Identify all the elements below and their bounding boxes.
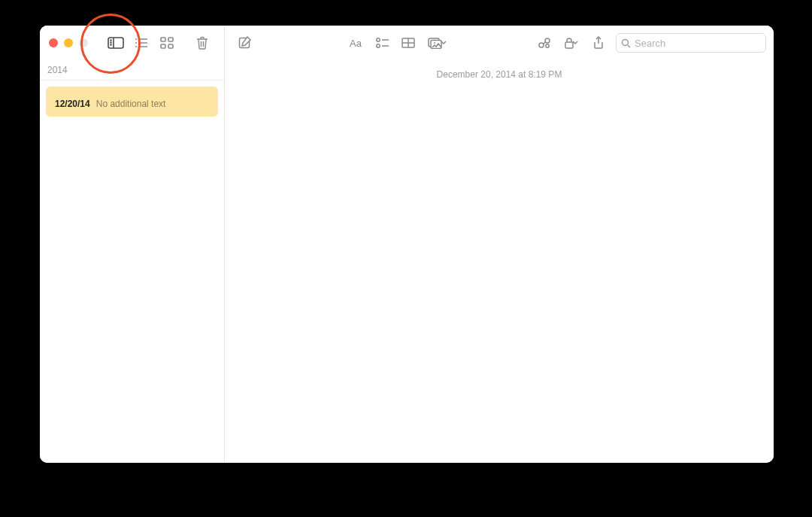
toolbar-left: [40, 26, 224, 60]
svg-line-32: [544, 42, 546, 44]
lock-note-button[interactable]: [557, 32, 586, 53]
chevron-down-icon: [440, 40, 447, 46]
toggle-sidebar-button[interactable]: [103, 32, 129, 53]
svg-point-3: [111, 42, 111, 43]
svg-point-2: [111, 40, 111, 41]
notes-group-header: 2014: [40, 60, 224, 81]
svg-point-9: [135, 46, 137, 47]
table-button[interactable]: [395, 32, 421, 53]
trash-icon: [196, 36, 208, 50]
svg-point-34: [623, 39, 629, 45]
note-date: 12/20/14: [55, 99, 90, 109]
list-view-button[interactable]: [129, 32, 154, 53]
format-text-icon: Aa: [350, 38, 365, 48]
search-input[interactable]: [635, 38, 761, 49]
list-view-icon: [135, 38, 148, 48]
svg-rect-13: [161, 44, 165, 48]
note-preview: No additional text: [96, 99, 166, 109]
format-button[interactable]: Aa: [344, 32, 370, 53]
new-note-button[interactable]: [232, 32, 258, 53]
svg-text:Aa: Aa: [350, 38, 362, 48]
share-icon: [593, 36, 604, 50]
svg-point-4: [111, 44, 111, 45]
svg-rect-14: [168, 44, 173, 48]
svg-point-28: [434, 42, 435, 44]
notes-window: 2014 12/20/14 No additional text: [40, 26, 774, 463]
search-field[interactable]: [616, 33, 766, 53]
svg-rect-12: [168, 38, 173, 41]
table-icon: [401, 38, 415, 48]
link-icon: [538, 37, 551, 49]
svg-point-5: [135, 38, 137, 40]
svg-rect-11: [161, 38, 165, 41]
editor-pane: Aa: [225, 26, 774, 463]
svg-line-35: [628, 45, 630, 47]
svg-point-31: [546, 44, 549, 47]
share-button[interactable]: [586, 32, 611, 53]
sidebar-toggle-icon: [108, 37, 124, 49]
svg-point-19: [377, 38, 380, 41]
search-icon: [621, 38, 631, 48]
window-controls: [49, 38, 88, 47]
sidebar-pane: 2014 12/20/14 No additional text: [40, 26, 225, 463]
gallery-view-button[interactable]: [154, 32, 180, 53]
delete-note-button[interactable]: [189, 32, 215, 53]
chevron-down-icon: [571, 40, 579, 46]
window-close-button[interactable]: [49, 38, 58, 47]
toolbar-right: Aa: [225, 26, 774, 60]
gallery-view-icon: [160, 37, 174, 49]
checklist-icon: [376, 38, 389, 48]
notes-list: 12/20/14 No additional text: [40, 81, 224, 123]
note-list-item[interactable]: 12/20/14 No additional text: [46, 87, 218, 117]
window-zoom-button[interactable]: [79, 38, 88, 47]
note-timestamp: December 20, 2014 at 8:19 PM: [225, 60, 774, 81]
svg-point-7: [135, 42, 137, 44]
note-editor[interactable]: [225, 81, 774, 463]
svg-point-21: [377, 44, 380, 47]
checklist-button[interactable]: [370, 32, 395, 53]
window-minimize-button[interactable]: [64, 38, 73, 47]
link-note-button[interactable]: [532, 32, 557, 53]
compose-icon: [238, 36, 252, 50]
media-menu-button[interactable]: [421, 32, 454, 53]
